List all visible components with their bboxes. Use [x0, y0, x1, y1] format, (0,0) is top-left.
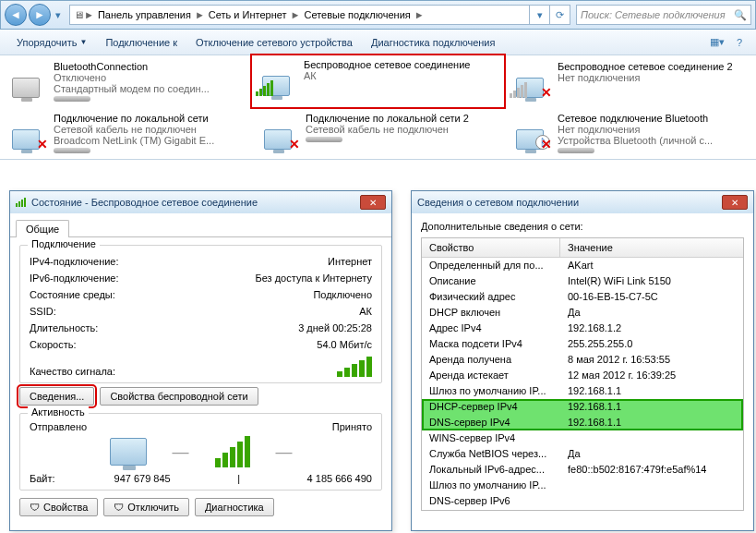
details-dialog: Сведения о сетевом подключении ✕ Дополни…	[411, 190, 754, 531]
details-row[interactable]: WINS-сервер IPv4	[422, 430, 743, 446]
disable-button[interactable]: 🛡Отключить	[103, 498, 189, 516]
status-row-key: SSID:	[30, 303, 56, 320]
status-row: SSID:АК	[30, 303, 372, 320]
connection-status: Нет подключения	[558, 124, 749, 135]
status-row-value: Подключено	[313, 286, 372, 303]
details-row[interactable]: Шлюз по умолчанию IP...192.168.1.1	[422, 383, 743, 399]
properties-button[interactable]: 🛡Свойства	[19, 498, 98, 516]
status-row-key: IPv4-подключение:	[30, 253, 119, 270]
connection-status: Нет подключения	[558, 72, 749, 83]
cable-icon	[54, 96, 90, 102]
details-row-value	[560, 478, 743, 493]
details-row-value: Intel(R) WiFi Link 5150	[560, 273, 743, 289]
status-row-key: Скорость:	[30, 336, 77, 353]
details-row-value	[560, 430, 743, 446]
status-row: Скорость:54.0 Мбит/с	[30, 336, 372, 353]
help-button[interactable]: ?	[730, 33, 749, 52]
view-options-button[interactable]: ▦▾	[708, 33, 726, 52]
monitor-icon	[110, 438, 147, 466]
connection-group-legend: Подключение	[28, 238, 100, 249]
tab-general[interactable]: Общие	[16, 220, 69, 237]
status-row-key: Длительность:	[30, 320, 98, 336]
status-row-value: 54.0 Мбит/с	[317, 336, 372, 353]
details-row[interactable]: DNS-сервер IPv6	[422, 493, 743, 509]
shield-icon: 🛡	[114, 502, 124, 513]
details-row[interactable]: Шлюз по умолчанию IP...	[422, 478, 743, 493]
details-subtitle: Дополнительные сведения о сети:	[421, 221, 744, 232]
close-button[interactable]: ✕	[360, 195, 386, 210]
details-row-prop: Шлюз по умолчанию IP...	[422, 478, 560, 493]
details-row[interactable]: DNS-сервер IPv4192.168.1.1	[422, 415, 743, 430]
connection-item[interactable]: ✕Подключение по локальной сетиСетевой ка…	[0, 107, 252, 159]
details-listview[interactable]: Свойство Значение Определенный для по...…	[421, 237, 744, 511]
details-row[interactable]: Аренда истекает12 мая 2012 г. 16:39:25	[422, 368, 743, 383]
details-row-prop: Служба NetBIOS через...	[422, 446, 560, 462]
connect-to-button[interactable]: Подключение к	[96, 37, 186, 48]
bytes-label: Байт:	[30, 473, 55, 484]
diagnose-button[interactable]: Диагностика	[195, 498, 274, 516]
sent-bytes-value: 947 679 845	[114, 473, 171, 484]
connection-item[interactable]: BluetoothConnectionОтключеноСтандартный …	[0, 55, 252, 107]
breadcrumb-item[interactable]: Сеть и Интернет	[205, 9, 291, 20]
connection-item[interactable]: Беспроводное сетевое соединениеАК	[250, 54, 506, 109]
address-dropdown[interactable]: ▾	[530, 5, 550, 25]
details-row[interactable]: Физический адрес00-16-EB-15-C7-5C	[422, 289, 743, 305]
connection-item[interactable]: ✕Беспроводное сетевое соединение 2Нет по…	[504, 55, 756, 107]
nav-forward-button[interactable]: ►	[29, 4, 51, 26]
details-row-value: 8 мая 2012 г. 16:53:55	[560, 352, 743, 368]
close-button[interactable]: ✕	[722, 195, 748, 210]
details-button[interactable]: Сведения...	[19, 387, 94, 406]
details-row-value: Да	[560, 305, 743, 321]
breadcrumb[interactable]: 🖥 ► Панель управления ► Сеть и Интернет …	[69, 5, 530, 25]
details-row[interactable]: Аренда получена8 мая 2012 г. 16:53:55	[422, 352, 743, 368]
diagnose-button[interactable]: Диагностика подключения	[362, 37, 504, 48]
search-input[interactable]: Поиск: Сетевые подключения 🔍	[576, 5, 751, 25]
details-row[interactable]: Определенный для по...AKart	[422, 258, 743, 273]
details-row[interactable]: ОписаниеIntel(R) WiFi Link 5150	[422, 273, 743, 289]
status-dialog-title: Состояние - Беспроводное сетевое соедине…	[31, 197, 258, 208]
connection-title: Сетевое подключение Bluetooth	[558, 113, 749, 124]
breadcrumb-sep: ►	[414, 9, 425, 20]
breadcrumb-sep: ►	[291, 9, 301, 20]
connection-item[interactable]: ᛒ✕Сетевое подключение BluetoothНет подкл…	[504, 107, 756, 159]
nav-history-dropdown[interactable]: ▾	[53, 9, 64, 21]
breadcrumb-item[interactable]: Панель управления	[94, 9, 195, 20]
connection-status: АК	[304, 70, 498, 81]
received-bytes-value: 4 185 666 490	[307, 473, 372, 484]
details-row[interactable]: DHCP-сервер IPv4192.168.1.1	[422, 399, 743, 415]
refresh-button[interactable]: ⟳	[550, 5, 570, 25]
details-row-value: 255.255.255.0	[560, 336, 743, 352]
signal-quality-label: Качество сигнала:	[30, 366, 115, 377]
details-row-value: 00-16-EB-15-C7-5C	[560, 289, 743, 305]
column-header-property[interactable]: Свойство	[422, 238, 560, 257]
details-dialog-title: Сведения о сетевом подключении	[417, 197, 579, 208]
details-dialog-titlebar[interactable]: Сведения о сетевом подключении ✕	[412, 191, 753, 213]
details-row-prop: DNS-сервер IPv6	[422, 493, 560, 509]
details-row[interactable]: Локальный IPv6-адрес...fe80::b502:8167:4…	[422, 462, 743, 478]
column-header-value[interactable]: Значение	[560, 238, 743, 257]
nav-back-button[interactable]: ◄	[5, 4, 27, 26]
connection-icon	[6, 61, 46, 98]
details-row[interactable]: DHCP включенДа	[422, 305, 743, 321]
details-row[interactable]: Маска подсети IPv4255.255.255.0	[422, 336, 743, 352]
details-row-value: 192.168.1.1	[560, 383, 743, 399]
address-bar: ◄ ► ▾ 🖥 ► Панель управления ► Сеть и Инт…	[0, 0, 756, 30]
status-row: IPv4-подключение:Интернет	[30, 253, 372, 270]
organize-menu[interactable]: Упорядочить▼	[7, 37, 96, 48]
disable-device-button[interactable]: Отключение сетевого устройства	[186, 37, 362, 48]
connection-icon	[256, 59, 296, 96]
connection-icon: ✕	[258, 113, 298, 150]
status-row: Длительность:3 дней 00:25:28	[30, 320, 372, 336]
details-row-prop: Локальный IPv6-адрес...	[422, 462, 560, 478]
details-row[interactable]: Адрес IPv4192.168.1.2	[422, 321, 743, 336]
wifi-properties-button[interactable]: Свойства беспроводной сети	[100, 387, 258, 406]
connection-title: Подключение по локальной сети 2	[306, 113, 497, 124]
connection-device: Устройства Bluetooth (личной с...	[558, 135, 749, 146]
status-dialog-titlebar[interactable]: Состояние - Беспроводное сетевое соедине…	[10, 191, 391, 213]
activity-group-legend: Активность	[28, 406, 89, 418]
connection-item[interactable]: ✕Подключение по локальной сети 2Сетевой …	[252, 107, 504, 159]
breadcrumb-item[interactable]: Сетевые подключения	[300, 9, 414, 20]
toolbar: Упорядочить▼ Подключение к Отключение се…	[0, 30, 756, 55]
cable-icon	[558, 148, 594, 153]
details-row[interactable]: Служба NetBIOS через...Да	[422, 446, 743, 462]
